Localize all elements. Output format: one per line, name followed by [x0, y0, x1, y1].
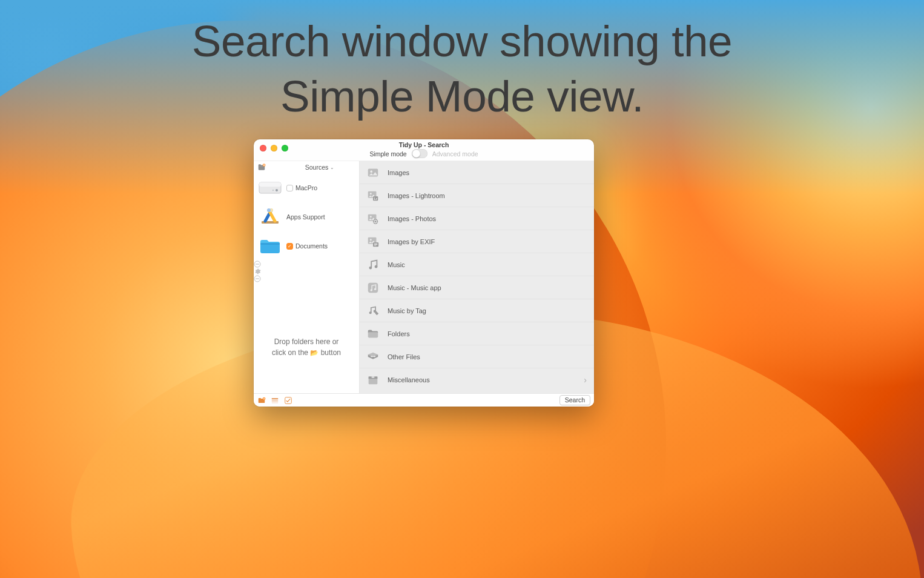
- svg-point-37: [369, 311, 372, 314]
- other-files-icon: [366, 350, 380, 364]
- apps-support-icon: [257, 206, 283, 228]
- folders-icon: [366, 327, 380, 341]
- chevron-right-icon: ›: [584, 375, 587, 385]
- svg-rect-45: [272, 397, 279, 399]
- category-images-lightroom[interactable]: Lr Images - Lightroom: [360, 184, 594, 207]
- svg-point-27: [374, 221, 375, 222]
- search-button-label: Search: [565, 396, 585, 404]
- category-label: Images - Photos: [388, 215, 587, 222]
- minimize-button[interactable]: [271, 145, 277, 151]
- source-checkbox-documents[interactable]: ✓: [286, 243, 293, 250]
- drop-hint-line1: Drop folders here or: [260, 337, 353, 347]
- music-tag-icon: [366, 304, 380, 318]
- headline-line2: Simple Mode view.: [0, 68, 924, 124]
- source-label: Apps Support: [286, 213, 325, 221]
- check-bottom-icon[interactable]: [284, 396, 292, 405]
- svg-rect-2: [259, 182, 281, 187]
- add-folder-bottom-icon[interactable]: [257, 396, 266, 405]
- window-title: Tidy Up - Search: [399, 142, 449, 148]
- images-photos-icon: [366, 211, 380, 226]
- music-app-icon: [366, 281, 380, 295]
- category-images-exif[interactable]: Images by EXIF: [360, 230, 594, 253]
- headline-line1: Search window showing the: [0, 13, 924, 68]
- edit-list-bottom-icon[interactable]: [271, 396, 279, 405]
- folder-plus-glyph-icon: 📂: [310, 349, 318, 356]
- traffic-lights: [260, 145, 288, 151]
- category-label: Miscellaneous: [388, 376, 576, 384]
- source-checkbox-macpro[interactable]: [286, 185, 293, 191]
- zoom-button[interactable]: [282, 145, 288, 151]
- category-list: Images Lr Images - Lightroom Images - Ph…: [360, 161, 594, 393]
- source-label: MacPro: [295, 184, 317, 191]
- sources-list: MacPro Apps Support: [254, 173, 359, 337]
- svg-point-30: [370, 239, 372, 241]
- svg-rect-11: [256, 264, 259, 264]
- svg-point-24: [376, 220, 377, 221]
- drop-folders-hint: Drop folders here or click on the 📂 butt…: [254, 337, 359, 369]
- miscellaneous-icon: [366, 373, 380, 387]
- category-label: Music: [388, 261, 587, 268]
- svg-text:Lr: Lr: [374, 196, 377, 200]
- category-images[interactable]: Images: [360, 161, 594, 184]
- svg-point-17: [370, 193, 372, 194]
- svg-point-7: [267, 208, 271, 212]
- svg-point-21: [370, 216, 372, 218]
- images-icon: [366, 165, 380, 180]
- source-item-macpro[interactable]: MacPro: [254, 173, 359, 202]
- svg-point-25: [376, 221, 377, 222]
- mode-toggle[interactable]: [412, 149, 427, 158]
- music-note-icon: [366, 257, 380, 272]
- category-label: Images: [388, 169, 587, 176]
- svg-rect-13: [256, 278, 259, 279]
- svg-point-15: [370, 170, 372, 173]
- category-label: Music - Music app: [388, 284, 587, 291]
- window-titlebar: Tidy Up - Search Simple mode Advanced mo…: [254, 139, 594, 161]
- folder-blue-icon: [257, 235, 283, 257]
- add-source-folder-icon[interactable]: [257, 163, 266, 171]
- source-item-apps-support[interactable]: Apps Support: [254, 202, 359, 231]
- marketing-headline: Search window showing the Simple Mode vi…: [0, 13, 924, 124]
- category-images-photos[interactable]: Images - Photos: [360, 207, 594, 230]
- svg-rect-47: [272, 402, 279, 402]
- sources-sidebar: Sources ⌄ Ma: [254, 161, 360, 393]
- search-button[interactable]: Search: [559, 395, 590, 405]
- svg-point-39: [374, 312, 375, 313]
- settings-source-icon[interactable]: [254, 268, 359, 275]
- svg-point-26: [375, 222, 376, 223]
- svg-point-35: [371, 289, 372, 291]
- app-window: Tidy Up - Search Simple mode Advanced mo…: [254, 139, 594, 407]
- drive-icon: [257, 177, 283, 199]
- svg-point-33: [375, 265, 378, 268]
- source-label: Documents: [295, 242, 328, 250]
- remove-source-icon-2[interactable]: [254, 275, 359, 282]
- svg-rect-43: [372, 377, 375, 378]
- sources-label-text: Sources: [305, 164, 329, 171]
- category-miscellaneous[interactable]: Miscellaneous ›: [360, 368, 594, 391]
- svg-point-36: [374, 288, 376, 290]
- source-item-documents[interactable]: ✓ Documents: [254, 231, 359, 261]
- svg-rect-40: [368, 332, 378, 337]
- svg-point-23: [375, 219, 376, 221]
- advanced-mode-label: Advanced mode: [432, 151, 478, 158]
- category-music[interactable]: Music: [360, 253, 594, 276]
- images-lightroom-icon: Lr: [366, 188, 380, 203]
- category-label: Images - Lightroom: [388, 192, 587, 199]
- category-other-files[interactable]: Other Files: [360, 345, 594, 368]
- svg-point-3: [276, 189, 278, 191]
- category-music-tag[interactable]: Music by Tag: [360, 299, 594, 322]
- category-label: Folders: [388, 330, 587, 337]
- svg-point-4: [272, 190, 274, 191]
- category-music-app[interactable]: Music - Music app: [360, 276, 594, 299]
- images-exif-icon: [366, 234, 380, 249]
- remove-source-icon[interactable]: [254, 261, 359, 268]
- mode-switch-row: Simple mode Advanced mode: [369, 149, 478, 158]
- svg-point-32: [369, 266, 372, 269]
- svg-rect-9: [260, 243, 280, 245]
- simple-mode-label: Simple mode: [369, 151, 406, 158]
- category-folders[interactable]: Folders: [360, 322, 594, 345]
- sources-dropdown[interactable]: Sources ⌄: [269, 164, 357, 171]
- close-button[interactable]: [260, 145, 266, 151]
- category-label: Other Files: [388, 353, 587, 360]
- category-label: Music by Tag: [388, 307, 587, 314]
- svg-point-28: [374, 220, 375, 221]
